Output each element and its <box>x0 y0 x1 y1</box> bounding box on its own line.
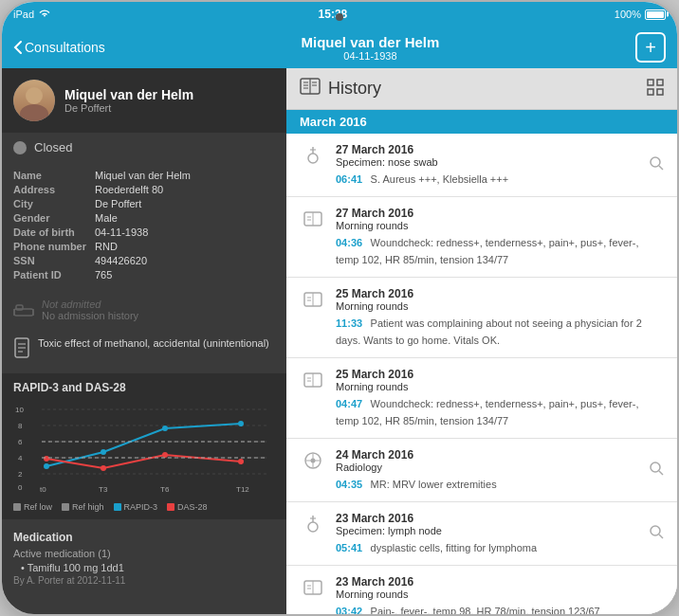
info-section: NameMiquel van der HelmAddressRoederdelf… <box>2 162 286 291</box>
history-item-type: Radiology <box>336 462 639 473</box>
svg-point-67 <box>308 522 318 532</box>
back-label: Consultations <box>25 40 105 55</box>
history-item-desc: Patient was complaining about not seeing… <box>336 317 642 346</box>
search-icon[interactable] <box>649 461 664 480</box>
nav-patient-dob: 04-11-1938 <box>301 50 439 62</box>
svg-point-23 <box>44 463 49 469</box>
svg-rect-42 <box>648 89 653 95</box>
history-item-type: Morning rounds <box>336 220 664 231</box>
chart-title: RAPID-3 and DAS-28 <box>13 381 275 394</box>
svg-point-25 <box>162 426 168 431</box>
history-item-detail: 03:42 Pain-, fever-, temp 98, HR 78/min,… <box>336 602 664 616</box>
battery-percent: 100% <box>615 9 641 20</box>
svg-point-44 <box>308 154 318 163</box>
history-item-body: 23 March 2016 Morning rounds 03:42 Pain-… <box>336 575 664 616</box>
svg-line-66 <box>659 471 663 475</box>
history-item-icon <box>300 143 326 187</box>
history-item[interactable]: 27 March 2016 Specimen: nose swab 06:41 … <box>286 134 677 197</box>
tablet-device: iPad 15:38 100% Consultations Miquel van… <box>0 0 679 616</box>
history-item-detail: 05:41 dysplastic cells, fitting for lymp… <box>336 538 639 555</box>
history-item[interactable]: 23 March 2016 Morning rounds 03:42 Pain-… <box>286 566 677 616</box>
history-item-date: 25 March 2016 <box>336 287 664 300</box>
info-value: RND <box>95 241 118 252</box>
diagnosis-text: Toxic effect of methanol, accidental (un… <box>38 336 269 351</box>
chart-svg: 10 8 6 4 2 0 t0 T3 T6 T12 <box>13 400 275 495</box>
history-item-time: 03:42 <box>336 606 362 616</box>
history-item-time: 11:33 <box>336 317 362 329</box>
left-panel: Miquel van der Helm De Poffert Closed Na… <box>2 68 286 616</box>
svg-line-71 <box>659 534 663 538</box>
wifi-icon <box>38 9 51 20</box>
history-item[interactable]: 23 March 2016 Specimen: lymph node 05:41… <box>286 502 677 566</box>
history-item-detail: 11:33 Patient was complaining about not … <box>336 314 664 348</box>
info-label: Patient ID <box>13 269 89 281</box>
admission-sublabel: No admission history <box>42 310 138 321</box>
info-row: CityDe Poffert <box>13 198 275 209</box>
history-item-type: Specimen: nose swab <box>336 156 639 168</box>
back-button[interactable]: Consultations <box>13 40 105 55</box>
history-item-time: 04:35 <box>336 479 362 490</box>
history-item-desc: Pain-, fever-, temp 98, HR 78/min, tensi… <box>371 606 600 616</box>
svg-point-30 <box>238 459 244 464</box>
svg-text:2: 2 <box>18 470 23 479</box>
info-row: Date of birth04-11-1938 <box>13 226 275 238</box>
svg-point-64 <box>311 459 316 463</box>
history-item-time: 04:47 <box>336 398 362 409</box>
info-value: Male <box>95 212 118 224</box>
history-item-detail: 04:47 Woundcheck: redness+, tenderness+,… <box>336 394 664 428</box>
info-value: 04-11-1938 <box>95 226 148 238</box>
medication-title: Medication <box>13 531 275 544</box>
medication-subtitle: Active medication (1) <box>13 548 275 559</box>
info-row: AddressRoederdelft 80 <box>13 184 275 195</box>
svg-text:10: 10 <box>15 406 24 414</box>
search-icon[interactable] <box>649 155 664 174</box>
add-button[interactable]: + <box>635 32 666 63</box>
status-right: 100% <box>615 9 666 20</box>
legend-rapid3: RAPID-3 <box>114 502 158 512</box>
history-item-date: 23 March 2016 <box>336 512 639 525</box>
legend-ref-low: Ref low <box>13 502 52 512</box>
info-row: NameMiquel van der Helm <box>13 170 275 181</box>
info-value: Miquel van der Helm <box>95 170 191 181</box>
battery-icon <box>645 9 666 20</box>
history-header: History <box>286 68 677 110</box>
svg-text:0: 0 <box>18 483 23 492</box>
history-item-icon <box>300 207 326 267</box>
info-label: Name <box>13 170 89 181</box>
history-item-desc: MR: MRV lower extremities <box>371 479 497 490</box>
patient-name-block: Miquel van der Helm De Poffert <box>64 87 193 114</box>
info-label: City <box>13 198 89 209</box>
info-value: Roederdelft 80 <box>95 184 163 195</box>
svg-text:T3: T3 <box>99 485 108 494</box>
chart-legend: Ref low Ref high RAPID-3 DAS-28 <box>13 502 275 512</box>
admission-label: Not admitted <box>42 299 138 310</box>
search-icon[interactable] <box>649 524 664 543</box>
history-item-detail: 06:41 S. Aureus +++, Klebsiella +++ <box>336 170 639 187</box>
history-item[interactable]: 25 March 2016 Morning rounds 04:47 Wound… <box>286 358 677 439</box>
patient-header: Miquel van der Helm De Poffert <box>2 68 286 133</box>
svg-rect-41 <box>657 80 663 85</box>
status-dot <box>13 141 27 154</box>
history-item-body: 25 March 2016 Morning rounds 04:47 Wound… <box>336 368 664 428</box>
history-item-icon <box>300 575 326 616</box>
patient-name: Miquel van der Helm <box>64 87 193 102</box>
info-label: Address <box>13 184 89 195</box>
info-value: De Poffert <box>95 198 141 209</box>
svg-text:T12: T12 <box>236 485 249 494</box>
svg-point-26 <box>238 421 244 426</box>
history-book-icon <box>300 78 321 100</box>
history-item[interactable]: 27 March 2016 Morning rounds 04:36 Wound… <box>286 197 677 278</box>
bed-icon <box>13 302 34 317</box>
info-label: SSN <box>13 255 89 266</box>
history-grid-icon[interactable] <box>647 79 664 100</box>
svg-point-24 <box>101 449 106 455</box>
medication-item: Tamiflu 100 mg 1dd1 <box>13 562 275 573</box>
info-value: 494426620 <box>95 255 147 266</box>
history-item[interactable]: 24 March 2016 Radiology 04:35 MR: MRV lo… <box>286 439 677 502</box>
diagnosis-section: Toxic effect of methanol, accidental (un… <box>2 329 286 370</box>
legend-das28: DAS-28 <box>167 502 208 512</box>
history-item[interactable]: 25 March 2016 Morning rounds 11:33 Patie… <box>286 278 677 358</box>
history-item-detail: 04:35 MR: MRV lower extremities <box>336 475 639 492</box>
svg-point-70 <box>651 526 660 535</box>
month-header: March 2016 <box>286 110 677 134</box>
